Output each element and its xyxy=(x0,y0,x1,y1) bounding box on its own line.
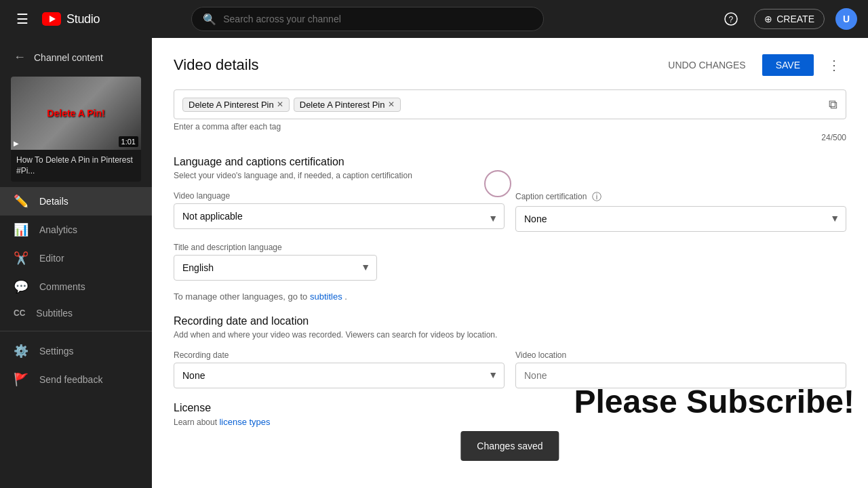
tags-container[interactable]: Delete A Pinterest Pin ✕ Delete A Pinter… xyxy=(174,89,846,119)
video-language-label: Video language xyxy=(174,191,505,201)
caption-cert-group: Caption certification ⓘ None ▼ xyxy=(515,191,846,232)
video-info: How To Delete A Pin in Pinterest #Pi... xyxy=(11,150,141,182)
tag-chip-0[interactable]: Delete A Pinterest Pin ✕ xyxy=(182,98,290,112)
sidebar-item-analytics[interactable]: 📊 Analytics xyxy=(0,216,152,244)
caption-cert-help-icon[interactable]: ⓘ xyxy=(592,191,601,202)
create-label: CREATE xyxy=(776,14,814,24)
tag-remove-1[interactable]: ✕ xyxy=(388,100,395,109)
search-input[interactable] xyxy=(223,14,532,24)
recording-section-desc: Add when and where your video was record… xyxy=(174,330,846,340)
license-learn-text: Learn about license types xyxy=(174,417,846,427)
sidebar-item-editor-label: Editor xyxy=(39,253,64,264)
caption-cert-label: Caption certification ⓘ xyxy=(515,191,846,203)
recording-date-group: Recording date None ▼ xyxy=(174,350,505,388)
sidebar-nav: ✏️ Details 📊 Analytics ✂️ Editor 💬 Comme… xyxy=(0,187,152,394)
sidebar-item-analytics-label: Analytics xyxy=(39,224,77,235)
video-language-select[interactable]: Not applicable xyxy=(174,203,505,229)
youtube-logo-icon xyxy=(42,12,61,26)
search-bar[interactable]: 🔍 xyxy=(191,7,544,31)
sidebar-item-comments-label: Comments xyxy=(39,281,85,292)
recording-date-label: Recording date xyxy=(174,350,505,360)
thumbnail-text: Delete A Pin! xyxy=(47,108,104,119)
sidebar-divider xyxy=(0,331,152,331)
recording-section-title: Recording date and location xyxy=(174,315,846,327)
comments-icon: 💬 xyxy=(14,279,28,294)
content-area: Video details UNDO CHANGES SAVE ⋮ Delete… xyxy=(152,38,868,488)
main-layout: ← Channel content Delete A Pin! 1:01 ▶ H… xyxy=(0,0,868,488)
changes-saved-toast: Changes saved xyxy=(460,431,559,461)
language-form-row: Video language Not applicable ▼ Caption … xyxy=(174,191,846,232)
logo-area[interactable]: Studio xyxy=(42,12,100,26)
more-options-button[interactable]: ⋮ xyxy=(822,54,846,76)
caption-cert-select[interactable]: None xyxy=(515,206,846,232)
help-button[interactable]: ? xyxy=(719,7,743,31)
title-lang-row: Title and description language English ▼ xyxy=(174,243,846,281)
page-title: Video details xyxy=(174,56,259,74)
language-section: Language and captions certification Sele… xyxy=(174,156,846,302)
hamburger-menu[interactable]: ☰ xyxy=(11,5,34,33)
save-button[interactable]: SAVE xyxy=(762,54,814,76)
tag-chip-1[interactable]: Delete A Pinterest Pin ✕ xyxy=(294,98,401,112)
details-icon: ✏️ xyxy=(14,194,28,209)
duration-badge: 1:01 xyxy=(119,136,138,147)
title-lang-group: Title and description language English ▼ xyxy=(174,243,377,281)
subtitles-link[interactable]: subtitles xyxy=(310,291,342,302)
tags-section: Delete A Pinterest Pin ✕ Delete A Pinter… xyxy=(174,89,846,142)
sidebar-item-subtitles[interactable]: CC Subtitles xyxy=(0,301,152,325)
tags-count: 24/500 xyxy=(174,133,846,142)
recording-section: Recording date and location Add when and… xyxy=(174,315,846,388)
video-language-group: Video language Not applicable ▼ xyxy=(174,191,505,232)
avatar[interactable]: U xyxy=(835,8,857,30)
language-section-title: Language and captions certification xyxy=(174,156,846,168)
analytics-icon: 📊 xyxy=(14,222,28,237)
feedback-icon: 🚩 xyxy=(14,372,28,387)
video-location-group: Video location xyxy=(515,350,846,388)
header-actions: UNDO CHANGES SAVE ⋮ xyxy=(660,54,846,76)
license-section: License Learn about license types xyxy=(174,402,846,427)
video-title: How To Delete A Pin in Pinterest #Pi... xyxy=(16,155,136,176)
title-lang-label: Title and description language xyxy=(174,243,377,252)
editor-icon: ✂️ xyxy=(14,251,28,266)
video-thumbnail-card: Delete A Pin! 1:01 ▶ How To Delete A Pin… xyxy=(11,77,141,182)
page-header: Video details UNDO CHANGES SAVE ⋮ xyxy=(174,54,846,76)
video-location-label: Video location xyxy=(515,350,846,360)
tag-label-1: Delete A Pinterest Pin xyxy=(300,100,385,110)
subtitles-icon: CC xyxy=(14,308,25,318)
sidebar-item-feedback[interactable]: 🚩 Send feedback xyxy=(0,365,152,394)
undo-changes-button[interactable]: UNDO CHANGES xyxy=(660,54,753,76)
license-types-link[interactable]: license types xyxy=(219,417,270,427)
recording-form-row: Recording date None ▼ Video location xyxy=(174,350,846,388)
subtitles-manage-text: To manage other languages, go to subtitl… xyxy=(174,291,846,302)
sidebar-item-details-label: Details xyxy=(39,196,68,207)
back-arrow-icon: ← xyxy=(14,50,26,64)
create-button[interactable]: ⊕ CREATE xyxy=(754,9,825,29)
tag-remove-0[interactable]: ✕ xyxy=(277,100,283,109)
sidebar-item-details[interactable]: ✏️ Details xyxy=(0,187,152,216)
sidebar-item-editor[interactable]: ✂️ Editor xyxy=(0,244,152,272)
settings-icon: ⚙️ xyxy=(14,344,28,359)
tag-label-0: Delete A Pinterest Pin xyxy=(189,100,274,110)
thumbnail-image: Delete A Pin! 1:01 ▶ xyxy=(11,77,141,150)
license-title: License xyxy=(174,402,846,414)
studio-label: Studio xyxy=(66,12,100,26)
recording-date-select[interactable]: None xyxy=(174,363,505,388)
sidebar-item-comments[interactable]: 💬 Comments xyxy=(0,272,152,301)
title-lang-select[interactable]: English xyxy=(174,255,377,281)
sidebar-item-subtitles-label: Subtitles xyxy=(36,308,73,319)
sidebar-item-settings-label: Settings xyxy=(39,346,74,357)
sidebar-item-feedback-label: Send feedback xyxy=(39,374,102,385)
svg-text:?: ? xyxy=(729,15,734,24)
sidebar-item-settings[interactable]: ⚙️ Settings xyxy=(0,337,152,365)
search-icon: 🔍 xyxy=(203,13,216,26)
tags-hint: Enter a comma after each tag xyxy=(174,122,846,131)
channel-content-back[interactable]: ← Channel content xyxy=(0,43,152,71)
top-right-actions: ? ⊕ CREATE U xyxy=(719,7,857,31)
channel-content-label: Channel content xyxy=(34,52,103,63)
top-bar: ☰ Studio 🔍 ? ⊕ CREATE U xyxy=(0,0,868,38)
video-location-input[interactable] xyxy=(515,363,846,388)
copy-tags-button[interactable]: ⧉ xyxy=(829,98,837,112)
sidebar: ← Channel content Delete A Pin! 1:01 ▶ H… xyxy=(0,38,152,488)
language-section-desc: Select your video's language and, if nee… xyxy=(174,171,846,180)
create-plus-icon: ⊕ xyxy=(764,14,772,24)
